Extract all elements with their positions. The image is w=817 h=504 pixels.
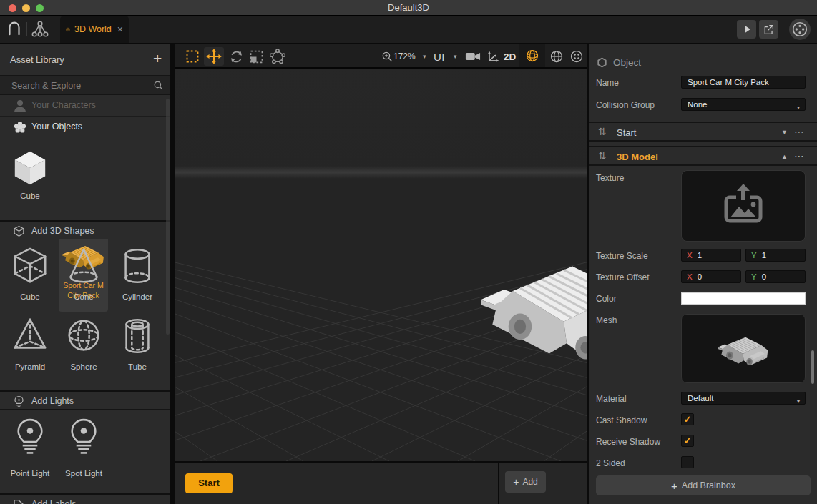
- section-start[interactable]: ⇅ Start ▼ ⋯: [589, 122, 817, 142]
- mesh-car-preview: [717, 335, 770, 367]
- image-upload-icon: [720, 183, 766, 229]
- inspector-panel: Object Name Collision Group None ▾ ⇅ Sta…: [589, 44, 817, 504]
- object-tile-label: Cube: [6, 192, 54, 200]
- globe-view-button[interactable]: [519, 44, 545, 67]
- shape-tile-cone[interactable]: Cone: [59, 245, 108, 311]
- preview-settings-button[interactable]: [789, 19, 811, 40]
- sphere-meridian-icon: [549, 49, 564, 64]
- material-dropdown[interactable]: Default ▾: [681, 392, 806, 405]
- sidebar-item-your-objects[interactable]: Your Objects: [0, 117, 170, 137]
- scale-tool-button[interactable]: [247, 47, 265, 66]
- texture-scale-y-field[interactable]: Y1: [745, 249, 806, 262]
- search-input[interactable]: [10, 78, 142, 94]
- snap-points-button[interactable]: [567, 47, 586, 66]
- texture-offset-x-field[interactable]: X0: [681, 270, 741, 283]
- collision-group-dropdown[interactable]: None ▾: [681, 98, 806, 111]
- cast-shadow-checkbox[interactable]: ✓: [681, 413, 694, 425]
- export-button[interactable]: [759, 20, 778, 39]
- cube-wire-icon: [11, 245, 49, 287]
- shape-label: Cone: [59, 292, 108, 301]
- cube-thumbnail: [11, 149, 49, 187]
- play-button[interactable]: [737, 20, 756, 39]
- pyramid-wire-icon: [11, 315, 49, 357]
- collapse-caret-icon[interactable]: ▲: [781, 153, 788, 160]
- home-button[interactable]: [4, 19, 24, 39]
- tab-3d-world[interactable]: 3D World ×: [60, 16, 129, 43]
- object-header: Object: [613, 57, 641, 68]
- material-value: Default: [688, 394, 713, 402]
- section-label: Add 3D Shapes: [31, 226, 94, 236]
- person-icon: [11, 97, 29, 114]
- asset-library-panel: Asset Library + Your Characters Your Obj…: [0, 44, 170, 504]
- reorder-icon[interactable]: ⇅: [598, 126, 607, 137]
- transform-gizmo-button[interactable]: [484, 47, 502, 66]
- export-icon: [763, 24, 775, 36]
- shape-tile-pyramid[interactable]: Pyramid: [6, 315, 54, 381]
- texture-thumbnail[interactable]: [681, 170, 806, 242]
- texture-offset-y-field[interactable]: Y0: [745, 270, 806, 283]
- section-menu-icon[interactable]: ⋯: [794, 126, 804, 137]
- zoom-in-icon: [381, 51, 393, 63]
- viewport-3d[interactable]: [175, 69, 587, 461]
- add-scene-button[interactable]: + Add: [505, 471, 546, 493]
- right-scrollbar-thumb[interactable]: [811, 350, 814, 384]
- add-brainbox-button[interactable]: + Add Brainbox: [596, 475, 811, 495]
- collapse-caret-icon[interactable]: ▼: [781, 129, 788, 136]
- mindmap-button[interactable]: [30, 19, 50, 39]
- zoom-dropdown-caret[interactable]: ▾: [423, 47, 426, 66]
- texture-offset-x-value: 0: [698, 272, 702, 281]
- texture-label: Texture: [596, 173, 624, 183]
- two-sided-checkbox[interactable]: [681, 456, 694, 468]
- section-3d-model[interactable]: ⇅ 3D Model ▲ ⋯: [589, 146, 817, 166]
- shape-tile-cube[interactable]: Cube: [6, 245, 54, 311]
- section-menu-icon[interactable]: ⋯: [794, 150, 804, 162]
- left-scrollbar-thumb[interactable]: [166, 99, 170, 335]
- section-add-3d-shapes[interactable]: Add 3D Shapes: [0, 220, 170, 239]
- shape-tile-tube[interactable]: Tube: [113, 315, 162, 381]
- mesh-thumbnail[interactable]: [681, 314, 806, 383]
- shape-tile-sphere[interactable]: Sphere: [59, 315, 108, 381]
- shape-tile-cylinder[interactable]: Cylinder: [113, 245, 162, 311]
- section-label: Add Labels: [31, 499, 77, 504]
- tab-close-icon[interactable]: ×: [117, 24, 123, 35]
- object-tile-cube[interactable]: Cube: [6, 143, 54, 213]
- light-tile-point[interactable]: Point Light: [6, 416, 54, 485]
- ui-mode-button[interactable]: UI: [434, 47, 445, 66]
- cube-icon: [66, 24, 70, 36]
- sphere-view-button[interactable]: [547, 47, 566, 66]
- asset-library-title: Asset Library: [10, 54, 64, 65]
- section-add-labels[interactable]: Add Labels: [0, 493, 170, 504]
- lights-grid: Point Light Spot Light: [0, 410, 170, 492]
- texture-scale-x-field[interactable]: X1: [681, 249, 741, 262]
- name-input[interactable]: [681, 76, 806, 89]
- marquee-select-icon: [185, 49, 200, 64]
- receive-shadow-checkbox[interactable]: ✓: [681, 435, 694, 447]
- chevron-down-icon: ▾: [797, 102, 800, 111]
- texture-scale-x-value: 1: [698, 251, 702, 260]
- scene-editor: 172% ▾ UI ▾ 2D: [175, 44, 587, 504]
- asset-add-button[interactable]: +: [153, 50, 162, 67]
- reorder-icon[interactable]: ⇅: [598, 150, 607, 162]
- camera-button[interactable]: [464, 47, 482, 66]
- tab-label: 3D World: [74, 24, 112, 34]
- rotate-tool-button[interactable]: [227, 47, 245, 66]
- start-scene-button[interactable]: Start: [185, 473, 233, 493]
- section-add-lights[interactable]: Add Lights: [0, 390, 170, 410]
- rotate-icon: [229, 49, 244, 64]
- sidebar-item-your-characters[interactable]: Your Characters: [0, 95, 170, 117]
- zoom-level-value[interactable]: 172%: [393, 47, 416, 66]
- mode-2d-button[interactable]: 2D: [504, 47, 516, 66]
- move-tool-button[interactable]: [204, 47, 224, 66]
- select-tool-button[interactable]: [183, 47, 202, 66]
- zoom-button[interactable]: [381, 47, 393, 66]
- cube-outline-icon: [13, 225, 25, 237]
- add-scene-label: Add: [522, 477, 537, 487]
- asset-library-header: Asset Library +: [0, 44, 170, 76]
- edit-points-button[interactable]: [268, 47, 287, 66]
- light-tile-spot[interactable]: Spot Light: [59, 416, 108, 485]
- color-swatch[interactable]: [681, 292, 806, 305]
- cast-shadow-label: Cast Shadow: [596, 415, 647, 425]
- axis-y-label: Y: [751, 251, 757, 260]
- ui-dropdown-caret[interactable]: ▾: [454, 47, 457, 66]
- collision-group-value: None: [688, 100, 708, 109]
